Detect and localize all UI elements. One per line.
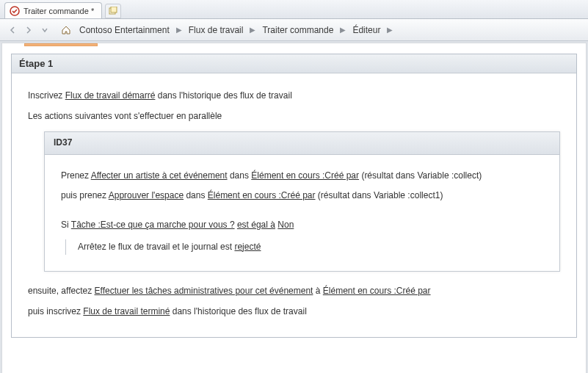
text: dans: [184, 190, 208, 200]
condition-line[interactable]: Si Tâche :Est-ce que ça marche pour vous…: [61, 217, 543, 233]
action-link[interactable]: Flux de travail terminé: [83, 306, 170, 316]
action-link[interactable]: Élément en cours :Créé par: [208, 190, 316, 200]
nav-dropdown-button[interactable]: [38, 23, 51, 37]
action-link[interactable]: rejecté: [234, 242, 261, 252]
action-line[interactable]: puis prenez Approuver l'espace dans Élém…: [61, 188, 543, 204]
text: à: [313, 286, 322, 296]
step-body: Inscrivez Flux de travail démarré dans l…: [12, 73, 576, 337]
action-link[interactable]: Élément en cours :Créé par: [323, 286, 431, 296]
text: Inscrivez: [28, 90, 65, 101]
parallel-body: Prenez Affecter un artiste à cet événeme…: [45, 155, 559, 271]
text: (résultat dans Variable :collect1): [316, 190, 443, 200]
breadcrumb-item[interactable]: Éditeur: [351, 25, 382, 35]
condition-link[interactable]: est égal à: [237, 220, 275, 230]
action-link[interactable]: Approuver l'espace: [109, 190, 184, 200]
text: Si: [61, 220, 71, 230]
action-line[interactable]: Prenez Affecter un artiste à cet événeme…: [61, 168, 543, 184]
text: Prenez: [61, 170, 91, 181]
chevron-right-icon: ▶: [247, 26, 258, 34]
nav-forward-button[interactable]: [22, 23, 35, 37]
action-line[interactable]: puis inscrivez Flux de travail terminé d…: [28, 304, 560, 320]
action-link[interactable]: Affecter un artiste à cet événement: [91, 170, 228, 181]
tab-active[interactable]: Traiter commande *: [4, 2, 102, 18]
svg-rect-2: [111, 7, 117, 12]
text: puis inscrivez: [28, 306, 83, 316]
breadcrumb-item[interactable]: Contoso Entertainment: [78, 25, 171, 35]
text: dans l'historique des flux de travail: [170, 306, 306, 316]
workflow-icon: [10, 6, 20, 16]
chevron-right-icon: ▶: [385, 26, 395, 34]
editor-canvas: Étape 1 Inscrivez Flux de travail démarr…: [1, 43, 587, 373]
text: (résultat dans Variable :collect): [359, 170, 482, 181]
chevron-right-icon: ▶: [174, 26, 184, 34]
action-line[interactable]: Inscrivez Flux de travail démarré dans l…: [28, 88, 560, 104]
right-arrow-icon: [24, 26, 33, 35]
tab-title: Traiter commande *: [23, 7, 94, 15]
step-container: Étape 1 Inscrivez Flux de travail démarr…: [11, 54, 577, 338]
nav-back-button[interactable]: [6, 23, 19, 37]
chevron-down-icon: [41, 26, 48, 34]
condition-link[interactable]: Non: [277, 220, 294, 230]
text: dans: [228, 170, 252, 181]
text: puis prenez: [61, 190, 109, 200]
parallel-block: ID37 Prenez Affecter un artiste à cet év…: [44, 131, 560, 272]
action-link[interactable]: Élément en cours :Créé par: [251, 170, 359, 181]
tab-strip: Traiter commande *: [0, 0, 588, 19]
insertion-marker[interactable]: [24, 43, 98, 46]
left-arrow-icon: [8, 26, 17, 35]
new-tab-icon: [109, 7, 117, 15]
chevron-right-icon: ▶: [338, 26, 348, 34]
condition-body: Arrêtez le flux de travail et le journal…: [65, 239, 543, 256]
breadcrumb-bar: Contoso Entertainment ▶ Flux de travail …: [0, 19, 588, 41]
action-line[interactable]: ensuite, affectez Effectuer les tâches a…: [28, 283, 560, 300]
parallel-header[interactable]: ID37: [45, 132, 559, 155]
parallel-intro: Les actions suivantes vont s'effectuer e…: [28, 109, 560, 125]
text: ensuite, affectez: [28, 286, 95, 296]
text: dans l'historique des flux de travail: [155, 90, 291, 101]
new-tab-button[interactable]: [105, 4, 121, 18]
condition-link[interactable]: Tâche :Est-ce que ça marche pour vous ?: [71, 220, 235, 230]
action-link[interactable]: Effectuer les tâches administratives pou…: [95, 286, 313, 296]
action-link[interactable]: Flux de travail démarré: [65, 90, 156, 101]
action-line[interactable]: Arrêtez le flux de travail et le journal…: [78, 239, 543, 256]
breadcrumb-item[interactable]: Traiter commande: [261, 25, 335, 35]
text: Arrêtez le flux de travail et le journal…: [78, 242, 234, 252]
breadcrumb-item[interactable]: Flux de travail: [187, 25, 245, 35]
home-icon[interactable]: [60, 24, 72, 36]
step-header[interactable]: Étape 1: [12, 54, 576, 73]
